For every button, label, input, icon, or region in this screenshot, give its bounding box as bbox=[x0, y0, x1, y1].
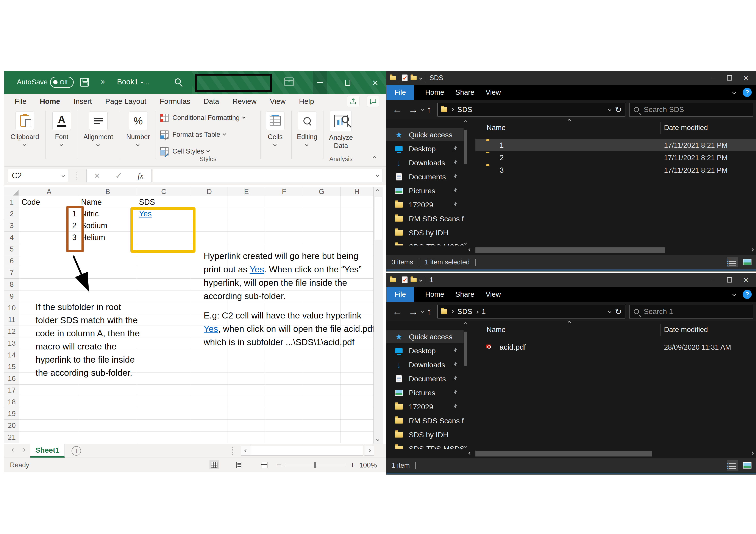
column-header-H[interactable]: H bbox=[340, 187, 373, 196]
cell-D3[interactable] bbox=[191, 220, 228, 232]
qat-properties-icon[interactable] bbox=[402, 74, 408, 81]
menu-tab-view[interactable]: View bbox=[269, 96, 286, 107]
cell-styles-button[interactable]: Cell Styles bbox=[159, 146, 209, 156]
cell-C17[interactable] bbox=[137, 385, 191, 396]
row-header-5[interactable]: 5 bbox=[4, 243, 19, 255]
zoom-knob[interactable] bbox=[314, 462, 316, 468]
cell-D15[interactable] bbox=[191, 361, 228, 373]
cell-E2[interactable] bbox=[228, 208, 265, 220]
tab-share[interactable]: Share bbox=[455, 290, 474, 298]
sidebar-item-documents[interactable]: Documents bbox=[387, 372, 464, 385]
scrollbar-thumb[interactable] bbox=[464, 130, 467, 164]
cell-D2[interactable] bbox=[191, 208, 228, 220]
cell-E17[interactable] bbox=[228, 385, 265, 396]
sheet-tab[interactable]: Sheet1 bbox=[30, 444, 65, 458]
sidebar-item-rm-sds-scans-fo[interactable]: RM SDS Scans fo bbox=[387, 212, 464, 225]
cell-E15[interactable] bbox=[228, 361, 265, 373]
scroll-down-icon[interactable] bbox=[464, 445, 467, 448]
scroll-down-icon[interactable] bbox=[464, 242, 467, 245]
column-divider[interactable] bbox=[660, 122, 661, 134]
close-button[interactable]: × bbox=[368, 71, 382, 94]
row-header-2[interactable]: 2 bbox=[4, 208, 19, 220]
back-icon[interactable]: ← bbox=[392, 104, 402, 115]
share-button[interactable] bbox=[347, 96, 360, 107]
cell-C21[interactable] bbox=[137, 431, 191, 443]
up-icon[interactable]: ↑ bbox=[427, 306, 431, 317]
column-header-date[interactable]: Date modified bbox=[664, 124, 708, 132]
yes-hyperlink[interactable]: Yes bbox=[204, 324, 218, 334]
cell-H18[interactable] bbox=[340, 396, 373, 408]
scrollbar-thumb[interactable] bbox=[375, 197, 382, 240]
column-header-G[interactable]: G bbox=[303, 187, 340, 196]
scrollbar-thumb[interactable] bbox=[475, 247, 665, 253]
breadcrumb-item-sds[interactable]: SDS bbox=[457, 307, 472, 316]
minimize-button[interactable] bbox=[706, 71, 720, 85]
cell-A17[interactable] bbox=[19, 385, 79, 396]
grid-horizontal-scrollbar[interactable] bbox=[251, 446, 363, 456]
font-dropdown-icon[interactable] bbox=[60, 143, 63, 146]
scroll-left-icon[interactable] bbox=[468, 451, 472, 455]
format-as-table-button[interactable]: Format as Table bbox=[159, 130, 226, 140]
file-row-acid-pdf[interactable]: acid.pdf28/09/2020 11:31 AM bbox=[475, 341, 756, 353]
minimize-button[interactable] bbox=[706, 273, 720, 287]
maximize-button[interactable] bbox=[723, 71, 736, 85]
menu-tab-home[interactable]: Home bbox=[40, 96, 61, 107]
font-button[interactable]: A bbox=[52, 112, 71, 130]
cell-C14[interactable] bbox=[137, 349, 191, 361]
row-header-19[interactable]: 19 bbox=[4, 408, 19, 420]
cells-dropdown-icon[interactable] bbox=[273, 143, 277, 146]
sidebar-item-pictures[interactable]: Pictures bbox=[387, 386, 464, 399]
zoom-slider[interactable]: −+ bbox=[276, 462, 355, 468]
cell-H14[interactable] bbox=[340, 349, 373, 361]
cell-C12[interactable] bbox=[137, 326, 191, 338]
cell-F4[interactable] bbox=[265, 232, 303, 243]
hscroll-right-button[interactable] bbox=[364, 446, 374, 456]
menu-tab-review[interactable]: Review bbox=[232, 96, 257, 107]
cell-A18[interactable] bbox=[19, 396, 79, 408]
column-header-B[interactable]: B bbox=[79, 187, 137, 196]
maximize-button[interactable] bbox=[340, 71, 355, 94]
column-divider[interactable] bbox=[660, 324, 661, 336]
cells-button[interactable] bbox=[266, 112, 284, 130]
scroll-left-icon[interactable] bbox=[468, 248, 472, 252]
search-icon[interactable] bbox=[175, 78, 181, 85]
cell-F21[interactable] bbox=[265, 431, 303, 443]
row-header-15[interactable]: 15 bbox=[4, 361, 19, 373]
cell-D1[interactable] bbox=[191, 196, 228, 208]
name-box[interactable]: C2 bbox=[8, 169, 68, 182]
tab-file[interactable]: File bbox=[387, 85, 414, 100]
menu-tab-formulas[interactable]: Formulas bbox=[159, 96, 191, 107]
tab-view[interactable]: View bbox=[486, 88, 501, 96]
tab-share[interactable]: Share bbox=[455, 88, 474, 96]
cell-B18[interactable] bbox=[79, 396, 137, 408]
cell-E16[interactable] bbox=[228, 373, 265, 385]
column-header-C[interactable]: C bbox=[137, 187, 191, 196]
cell-F20[interactable] bbox=[265, 420, 303, 431]
forward-icon[interactable]: → bbox=[408, 306, 418, 318]
column-header-name[interactable]: Name bbox=[487, 124, 505, 132]
cell-G20[interactable] bbox=[303, 420, 340, 431]
cell-H20[interactable] bbox=[340, 420, 373, 431]
close-button[interactable]: × bbox=[739, 273, 753, 287]
breadcrumb-item-sds[interactable]: SDS bbox=[457, 105, 472, 114]
sheet-next-icon[interactable] bbox=[22, 448, 25, 452]
forward-icon[interactable]: → bbox=[408, 104, 418, 115]
cell-B2[interactable]: Nitric bbox=[79, 208, 137, 220]
clipboard-button[interactable] bbox=[15, 112, 34, 130]
sidebar-item-sds-by-idh[interactable]: SDS by IDH bbox=[387, 428, 464, 441]
sidebar-item-quick-access[interactable]: ★Quick access bbox=[387, 330, 464, 343]
cell-G15[interactable] bbox=[303, 361, 340, 373]
row-header-21[interactable]: 21 bbox=[4, 431, 19, 443]
row-header-10[interactable]: 10 bbox=[4, 302, 19, 314]
cell-G3[interactable] bbox=[303, 220, 340, 232]
cell-A19[interactable] bbox=[19, 408, 79, 420]
cell-H16[interactable] bbox=[340, 373, 373, 385]
row-header-13[interactable]: 13 bbox=[4, 338, 19, 349]
ribbon-display-options-icon[interactable]: ↑ bbox=[284, 78, 293, 86]
cell-F16[interactable] bbox=[265, 373, 303, 385]
alignment-button[interactable] bbox=[89, 112, 108, 130]
menu-tab-page-layout[interactable]: Page Layout bbox=[105, 96, 147, 107]
refresh-icon[interactable]: ↻ bbox=[615, 307, 622, 316]
cell-E19[interactable] bbox=[228, 408, 265, 420]
maximize-button[interactable] bbox=[723, 273, 736, 287]
